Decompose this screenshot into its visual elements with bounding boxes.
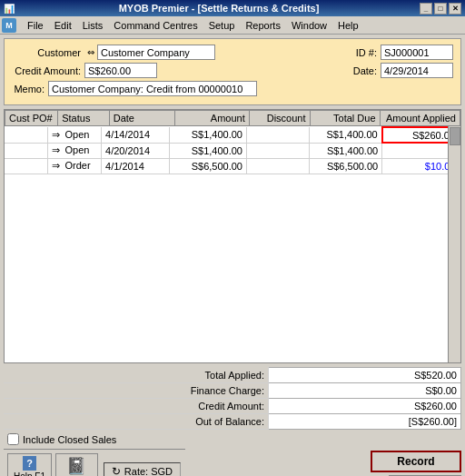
cell-po-2 [5,143,48,158]
cell-discount-1 [246,127,309,143]
total-applied-label: Total Applied: [4,368,269,383]
minimize-button[interactable]: _ [420,3,432,15]
col-header-status: Status [58,111,109,126]
status-icon-1: ⇒ [52,129,60,140]
totals-area: Total Applied: S$520.00 Finance Charge: … [4,367,461,430]
help-button[interactable]: ? Help F1 [7,453,52,476]
date-input[interactable] [381,63,453,78]
journal-button[interactable]: 📓 Journal [55,453,98,476]
cell-po-3 [5,158,48,174]
customer-label: Customer [12,47,84,58]
scrollbar-thumb[interactable] [450,127,460,145]
customer-arrow-icon: ⇔ [87,47,94,57]
window-title: MYOB Premier - [Settle Returns & Credits… [18,3,420,14]
cell-discount-3 [246,158,309,174]
credit-amount-total-label: Credit Amount: [4,399,269,414]
id-label: ID #: [356,47,377,58]
cell-date-3: 4/1/2014 [102,158,170,174]
menu-lists[interactable]: Lists [77,18,109,33]
credit-amount-total-value: S$260.00 [269,399,461,414]
transactions-table-container: Cust PO# Status Date Amount Discount Tot… [4,109,461,363]
cell-amount-2: S$1,400.00 [169,143,246,158]
menu-reports[interactable]: Reports [240,18,286,33]
menu-edit[interactable]: Edit [49,18,77,33]
form-area: Customer ⇔ ID #: Credit Amount: Date: Me… [4,38,461,105]
credit-amount-label: Credit Amount: [12,65,84,76]
credit-amount-input[interactable] [84,63,157,78]
app-icon: 📊 [4,4,15,14]
menu-window[interactable]: Window [286,18,332,33]
date-label: Date: [353,65,377,76]
record-button[interactable]: Record [371,451,461,472]
memo-input[interactable] [48,81,257,96]
status-icon-3: ⇒ [52,160,60,171]
app-logo: M [2,18,16,33]
title-bar: 📊 MYOB Premier - [Settle Returns & Credi… [0,0,465,16]
total-applied-value: S$520.00 [269,368,461,383]
rate-value: SGD [151,466,173,476]
memo-label: Memo: [12,84,48,94]
close-button[interactable]: ✕ [449,3,461,15]
finance-charge-label: Finance Charge: [4,383,269,399]
journal-icon: 📓 [66,456,86,476]
cell-status-3: ⇒ Order [48,158,102,174]
table-row: ⇒ Open 4/20/2014 S$1,400.00 S$1,400.00 [5,143,460,158]
scrollbar-track[interactable] [448,126,460,362]
cell-discount-2 [246,143,309,158]
cell-po-1 [5,127,48,143]
help-journal-group: ? Help F1 📓 Journal [7,453,98,476]
rate-label: Rate: [124,466,148,476]
finance-charge-value: S$0.00 [269,383,461,399]
customer-input[interactable] [97,45,215,60]
col-header-amount: Amount [174,111,249,126]
cell-amount-1: S$1,400.00 [169,127,246,143]
include-closed-sales-checkbox[interactable] [7,433,19,445]
main-window: Customer ⇔ ID #: Credit Amount: Date: Me… [0,35,465,476]
menu-file[interactable]: File [22,18,49,33]
cell-date-2: 4/20/2014 [102,143,170,158]
rate-icon: ↻ [112,465,121,476]
rate-box: ↻ Rate: SGD [104,462,181,476]
menu-help[interactable]: Help [332,18,364,33]
col-header-discount: Discount [249,111,310,126]
table-row: ⇒ Order 4/1/2014 S$6,500.00 S$6,500.00 $… [5,158,460,174]
cell-total-2: S$1,400.00 [310,143,382,158]
out-of-balance-value: [S$260.00] [269,414,461,430]
menu-command-centres[interactable]: Command Centres [108,18,203,33]
status-icon-2: ⇒ [52,144,60,155]
help-icon: ? [23,456,36,471]
out-of-balance-label: Out of Balance: [4,414,269,430]
action-buttons: Record Cancel [371,451,461,476]
col-header-po: Cust PO# [5,111,58,126]
cell-total-1: S$1,400.00 [310,127,382,143]
maximize-button[interactable]: □ [434,3,447,15]
menu-setup[interactable]: Setup [203,18,241,33]
table-row: ⇒ Open 4/14/2014 S$1,400.00 S$1,400.00 S… [5,127,460,143]
col-header-date: Date [109,111,174,126]
col-header-applied: Amount Applied [380,111,460,126]
col-header-total: Total Due [310,111,380,126]
cell-amount-3: S$6,500.00 [169,158,246,174]
bottom-toolbar: ? Help F1 📓 Journal ↻ Rate: SGD [4,451,185,476]
include-closed-sales-label: Include Closed Sales [23,434,116,445]
include-closed-sales-row: Include Closed Sales [4,433,185,445]
cell-status-1: ⇒ Open [48,127,102,143]
cell-total-3: S$6,500.00 [310,158,382,174]
id-input[interactable] [381,45,453,60]
cell-status-2: ⇒ Open [48,143,102,158]
cell-date-1: 4/14/2014 [102,127,170,143]
menu-bar: M File Edit Lists Command Centres Setup … [0,16,465,35]
